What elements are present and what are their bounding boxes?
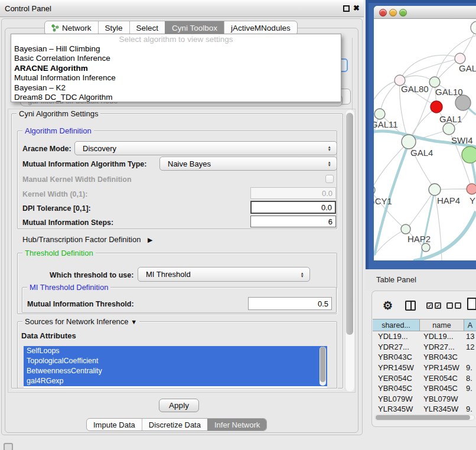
column-header-partial[interactable]: A [464, 319, 476, 331]
node-label: GAL11 [374, 119, 398, 129]
node-label: GAL80 [401, 84, 429, 94]
table-row[interactable]: YER054CYER054C8. [373, 373, 476, 383]
minimize-window-icon[interactable] [389, 9, 397, 17]
data-attribute-item[interactable]: gal4RGexp [24, 376, 327, 386]
algorithm-option[interactable]: Basic Correlation Inference [11, 54, 341, 63]
tab-network-label: Network [62, 24, 92, 32]
mi-steps-value: 6 [328, 217, 332, 226]
mi-steps-label: Mutual Information Steps: [22, 219, 113, 227]
which-threshold-value: MI Threshold [146, 270, 191, 279]
select-all-checkbox-icon[interactable]: ✓ [435, 302, 441, 309]
algorithm-option[interactable]: Bayesian – Hill Climbing [11, 44, 341, 54]
tab-impute-data[interactable]: Impute Data [87, 419, 142, 431]
select-all-checkbox-icon[interactable]: ✓ [426, 302, 433, 309]
network-window-titlebar[interactable] [374, 6, 476, 19]
deselect-all-checkbox-icon[interactable] [455, 302, 461, 309]
network-node-gal[interactable] [455, 53, 465, 64]
close-window-icon[interactable] [379, 9, 387, 17]
dpi-tolerance-field[interactable]: 0.0 [250, 201, 336, 214]
tab-jactivemnodules-label: jActiveMNodules [231, 24, 291, 32]
data-attribute-item[interactable]: SelfLoops [24, 346, 327, 356]
network-graph[interactable]: GALGAL80GAL10GAL1GAL11SWI4GAL4GCY1HAP4YH… [374, 19, 476, 260]
data-attributes-list[interactable]: SelfLoopsTopologicalCoefficientBetweenne… [24, 346, 327, 388]
tab-jactivemnodules[interactable]: jActiveMNodules [224, 21, 297, 35]
table-row[interactable]: YLR345WYLR345W9. [373, 404, 476, 414]
sources-title-label: Sources for Network Inference [25, 317, 129, 326]
sources-title[interactable]: Sources for Network Inference ▼ [22, 317, 139, 326]
table-row[interactable]: YDL19...YDL19...13 [373, 331, 476, 342]
which-threshold-combo[interactable]: MI Threshold ▲▼ [138, 267, 310, 282]
mi-threshold-label: Mutual Information Threshold: [27, 300, 134, 308]
table-row[interactable]: YBL079WYBL079W [373, 394, 476, 405]
float-panel-icon[interactable] [343, 5, 350, 12]
algorithm-option[interactable]: Bayesian – K2 [11, 83, 341, 93]
column-header-shared-name[interactable]: shared... [373, 319, 420, 331]
network-node-gal1[interactable] [443, 123, 455, 135]
table-row[interactable]: YBR045CYBR045C9. [373, 383, 476, 394]
attributes-list-scrollbar-thumb[interactable] [320, 347, 325, 382]
algorithm-dropdown-list: Bayesian – Hill ClimbingBasic Correlatio… [11, 44, 341, 102]
mi-threshold-field[interactable]: 0.5 [248, 297, 332, 310]
mi-algorithm-type-combo[interactable]: Naive Bayes ▲▼ [159, 156, 337, 171]
network-node-hap2[interactable] [401, 224, 410, 234]
data-attribute-item[interactable]: TopologicalCoefficient [24, 356, 327, 366]
tab-infer-network[interactable]: Infer Network [207, 419, 266, 431]
node-label: GCY1 [374, 196, 392, 206]
node-label: GAL [459, 63, 476, 73]
node-label: GAL4 [410, 148, 433, 158]
show-columns-icon[interactable] [405, 301, 416, 311]
algorithm-definition-title: Algorithm Definition [22, 126, 94, 135]
network-node-gal4[interactable] [402, 135, 416, 149]
network-node-hap4[interactable] [429, 184, 441, 195]
aracne-mode-combo[interactable]: Discovery ▲▼ [74, 141, 337, 155]
function-builder-icon[interactable] [467, 298, 476, 310]
table-row[interactable]: YBR043CYBR043C [373, 352, 476, 363]
dpi-tolerance-label: DPI Tolerance [0,1]: [22, 204, 91, 213]
dpi-tolerance-value: 0.0 [321, 203, 332, 212]
tab-cyni-toolbox[interactable]: Cyni Toolbox [165, 21, 224, 35]
table-hscrollbar-thumb[interactable] [376, 415, 470, 420]
combo-arrows-icon: ▲▼ [301, 272, 304, 278]
algorithm-option[interactable]: Mutual Information Inference [11, 73, 341, 83]
tab-discretize-data[interactable]: Discretize Data [142, 419, 207, 431]
algorithm-option[interactable]: Dream8 DC_TDC Algorithm [11, 93, 341, 102]
close-panel-icon[interactable]: ✖ [353, 4, 360, 12]
table-cell: 13 [464, 332, 476, 341]
table-row[interactable]: YPR145WYPR145W9. [373, 363, 476, 373]
node-label: HAP4 [437, 195, 460, 206]
mi-algorithm-type-label: Mutual Information Algorithm Type: [22, 160, 146, 168]
network-node-gal11[interactable] [374, 109, 385, 119]
gear-icon[interactable]: ⚙ [383, 299, 393, 312]
panel-grip-icon[interactable] [4, 443, 13, 450]
manual-kernel-width-checkbox[interactable] [325, 175, 334, 183]
table-body[interactable]: YDL19...YDL19...13YDR27...YDR27...12YBR0… [373, 331, 476, 414]
hub-tf-definition-toggle[interactable]: Hub/Transcription Factor Definition ▶ [22, 235, 152, 244]
network-node[interactable] [422, 243, 430, 252]
algorithm-option[interactable]: ARACNE Algorithm [11, 64, 341, 73]
kernel-width-label: Kernel Width (0,1): [22, 190, 87, 198]
network-node[interactable] [431, 101, 442, 113]
mi-threshold-definition-title: MI Threshold Definition [27, 283, 110, 292]
network-node[interactable] [455, 95, 471, 110]
column-header-name[interactable]: name [420, 319, 464, 331]
network-node-gal10[interactable] [429, 77, 440, 87]
table-cell: YBR043C [373, 353, 420, 361]
network-node-gcy1[interactable] [374, 185, 375, 195]
tab-network[interactable]: Network [45, 21, 98, 35]
table-cell: YBL079W [373, 394, 420, 403]
network-node-y[interactable] [467, 184, 476, 194]
deselect-all-checkbox-icon[interactable] [446, 302, 453, 309]
apply-button[interactable]: Apply [159, 399, 199, 412]
network-node-swi4[interactable] [462, 146, 476, 163]
network-node[interactable] [471, 21, 476, 34]
which-threshold-label: Which threshold to use: [50, 271, 133, 279]
tab-select[interactable]: Select [129, 21, 165, 35]
data-attribute-item[interactable]: BetweennessCentrality [24, 366, 327, 376]
tab-style[interactable]: Style [98, 21, 129, 35]
settings-scrollbar-thumb[interactable] [346, 113, 353, 335]
table-row[interactable]: YDR27...YDR27...12 [373, 342, 476, 353]
table-cell: YDL19... [373, 332, 420, 341]
zoom-window-icon[interactable] [399, 9, 407, 17]
mi-steps-field[interactable]: 6 [250, 216, 336, 227]
table-header-row: shared... name A [373, 319, 476, 331]
